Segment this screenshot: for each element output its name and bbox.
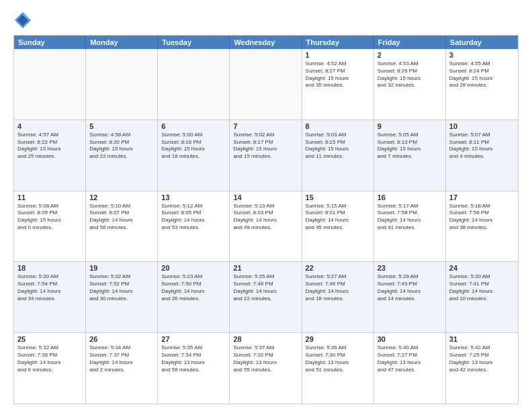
day-cell-2: 2Sunrise: 4:53 AM Sunset: 8:26 PM Daylig… xyxy=(374,49,446,120)
day-cell-26: 26Sunrise: 5:34 AM Sunset: 7:37 PM Dayli… xyxy=(86,333,158,404)
empty-cell-0-3 xyxy=(230,49,302,120)
cell-info: Sunrise: 4:55 AM Sunset: 8:24 PM Dayligh… xyxy=(449,60,515,89)
cell-info: Sunrise: 4:57 AM Sunset: 8:22 PM Dayligh… xyxy=(17,132,82,161)
calendar-row-4: 25Sunrise: 5:32 AM Sunset: 7:39 PM Dayli… xyxy=(14,333,518,404)
day-cell-13: 13Sunrise: 5:12 AM Sunset: 8:05 PM Dayli… xyxy=(158,191,230,262)
day-number: 30 xyxy=(378,335,442,343)
day-cell-25: 25Sunrise: 5:32 AM Sunset: 7:39 PM Dayli… xyxy=(14,333,86,404)
day-cell-8: 8Sunrise: 5:03 AM Sunset: 8:15 PM Daylig… xyxy=(302,120,374,191)
day-number: 31 xyxy=(449,335,515,343)
day-cell-11: 11Sunrise: 5:08 AM Sunset: 8:09 PM Dayli… xyxy=(14,191,86,262)
calendar-row-0: 1Sunrise: 4:52 AM Sunset: 8:27 PM Daylig… xyxy=(14,49,518,120)
calendar-header: SundayMondayTuesdayWednesdayThursdayFrid… xyxy=(14,36,518,49)
empty-cell-0-1 xyxy=(86,49,158,120)
day-cell-16: 16Sunrise: 5:17 AM Sunset: 7:58 PM Dayli… xyxy=(374,191,446,262)
day-cell-20: 20Sunrise: 5:23 AM Sunset: 7:50 PM Dayli… xyxy=(158,262,230,332)
day-number: 15 xyxy=(306,193,370,201)
calendar-row-3: 18Sunrise: 5:20 AM Sunset: 7:54 PM Dayli… xyxy=(14,262,518,333)
day-cell-31: 31Sunrise: 5:42 AM Sunset: 7:25 PM Dayli… xyxy=(446,333,518,404)
empty-cell-0-2 xyxy=(158,49,230,120)
day-cell-17: 17Sunrise: 5:18 AM Sunset: 7:56 PM Dayli… xyxy=(446,191,518,262)
calendar: SundayMondayTuesdayWednesdayThursdayFrid… xyxy=(13,35,519,404)
cell-info: Sunrise: 5:00 AM Sunset: 8:18 PM Dayligh… xyxy=(161,132,226,161)
cell-info: Sunrise: 4:52 AM Sunset: 8:27 PM Dayligh… xyxy=(306,60,370,89)
cell-info: Sunrise: 5:20 AM Sunset: 7:54 PM Dayligh… xyxy=(17,273,82,302)
day-cell-21: 21Sunrise: 5:25 AM Sunset: 7:48 PM Dayli… xyxy=(230,262,302,332)
calendar-body: 1Sunrise: 4:52 AM Sunset: 8:27 PM Daylig… xyxy=(14,49,518,404)
day-number: 19 xyxy=(89,264,154,272)
day-cell-5: 5Sunrise: 4:58 AM Sunset: 8:20 PM Daylig… xyxy=(86,120,158,191)
header-day-monday: Monday xyxy=(86,36,158,49)
cell-info: Sunrise: 5:18 AM Sunset: 7:56 PM Dayligh… xyxy=(449,203,515,232)
day-number: 5 xyxy=(89,122,154,130)
day-cell-4: 4Sunrise: 4:57 AM Sunset: 8:22 PM Daylig… xyxy=(14,120,86,191)
day-cell-27: 27Sunrise: 5:35 AM Sunset: 7:34 PM Dayli… xyxy=(158,333,230,404)
cell-info: Sunrise: 5:08 AM Sunset: 8:09 PM Dayligh… xyxy=(17,203,82,232)
cell-info: Sunrise: 5:17 AM Sunset: 7:58 PM Dayligh… xyxy=(378,203,442,232)
header-day-saturday: Saturday xyxy=(446,36,518,49)
day-number: 10 xyxy=(449,122,515,130)
day-number: 27 xyxy=(161,335,226,343)
day-number: 3 xyxy=(449,51,515,59)
header-day-friday: Friday xyxy=(374,36,446,49)
day-cell-10: 10Sunrise: 5:07 AM Sunset: 8:11 PM Dayli… xyxy=(446,120,518,191)
calendar-row-2: 11Sunrise: 5:08 AM Sunset: 8:09 PM Dayli… xyxy=(14,191,518,263)
day-cell-15: 15Sunrise: 5:15 AM Sunset: 8:01 PM Dayli… xyxy=(302,191,374,262)
cell-info: Sunrise: 5:27 AM Sunset: 7:46 PM Dayligh… xyxy=(306,273,370,302)
cell-info: Sunrise: 5:35 AM Sunset: 7:34 PM Dayligh… xyxy=(161,345,226,373)
day-cell-30: 30Sunrise: 5:40 AM Sunset: 7:27 PM Dayli… xyxy=(374,333,446,404)
cell-info: Sunrise: 5:05 AM Sunset: 8:13 PM Dayligh… xyxy=(378,132,442,161)
day-cell-14: 14Sunrise: 5:13 AM Sunset: 8:03 PM Dayli… xyxy=(230,191,302,262)
day-cell-28: 28Sunrise: 5:37 AM Sunset: 7:32 PM Dayli… xyxy=(230,333,302,404)
cell-info: Sunrise: 5:39 AM Sunset: 7:30 PM Dayligh… xyxy=(306,345,370,373)
day-number: 13 xyxy=(161,193,226,201)
day-cell-1: 1Sunrise: 4:52 AM Sunset: 8:27 PM Daylig… xyxy=(302,49,374,120)
day-cell-24: 24Sunrise: 5:30 AM Sunset: 7:41 PM Dayli… xyxy=(446,262,518,332)
day-number: 17 xyxy=(449,193,515,201)
header xyxy=(13,11,519,30)
day-cell-9: 9Sunrise: 5:05 AM Sunset: 8:13 PM Daylig… xyxy=(374,120,446,191)
cell-info: Sunrise: 5:13 AM Sunset: 8:03 PM Dayligh… xyxy=(233,203,298,232)
day-cell-22: 22Sunrise: 5:27 AM Sunset: 7:46 PM Dayli… xyxy=(302,262,374,332)
cell-info: Sunrise: 5:34 AM Sunset: 7:37 PM Dayligh… xyxy=(89,345,154,373)
day-cell-18: 18Sunrise: 5:20 AM Sunset: 7:54 PM Dayli… xyxy=(14,262,86,332)
day-number: 28 xyxy=(233,335,298,343)
day-cell-6: 6Sunrise: 5:00 AM Sunset: 8:18 PM Daylig… xyxy=(158,120,230,191)
day-number: 7 xyxy=(233,122,298,130)
day-number: 4 xyxy=(17,122,82,130)
day-number: 23 xyxy=(378,264,442,272)
day-number: 21 xyxy=(233,264,298,272)
day-number: 29 xyxy=(306,335,370,343)
day-cell-23: 23Sunrise: 5:29 AM Sunset: 7:43 PM Dayli… xyxy=(374,262,446,332)
day-number: 18 xyxy=(17,264,82,272)
cell-info: Sunrise: 5:03 AM Sunset: 8:15 PM Dayligh… xyxy=(306,132,370,161)
cell-info: Sunrise: 5:15 AM Sunset: 8:01 PM Dayligh… xyxy=(306,203,370,232)
header-day-wednesday: Wednesday xyxy=(230,36,302,49)
day-number: 8 xyxy=(306,122,370,130)
day-cell-19: 19Sunrise: 5:22 AM Sunset: 7:52 PM Dayli… xyxy=(86,262,158,332)
header-day-sunday: Sunday xyxy=(14,36,86,49)
cell-info: Sunrise: 5:22 AM Sunset: 7:52 PM Dayligh… xyxy=(89,273,154,302)
cell-info: Sunrise: 5:02 AM Sunset: 8:17 PM Dayligh… xyxy=(233,132,298,161)
day-number: 1 xyxy=(306,51,370,59)
cell-info: Sunrise: 5:37 AM Sunset: 7:32 PM Dayligh… xyxy=(233,345,298,373)
cell-info: Sunrise: 5:29 AM Sunset: 7:43 PM Dayligh… xyxy=(378,273,442,302)
day-number: 20 xyxy=(161,264,226,272)
cell-info: Sunrise: 5:30 AM Sunset: 7:41 PM Dayligh… xyxy=(449,273,515,302)
day-number: 26 xyxy=(89,335,154,343)
cell-info: Sunrise: 5:40 AM Sunset: 7:27 PM Dayligh… xyxy=(378,345,442,373)
day-cell-29: 29Sunrise: 5:39 AM Sunset: 7:30 PM Dayli… xyxy=(302,333,374,404)
logo-icon xyxy=(13,11,32,30)
day-number: 9 xyxy=(378,122,442,130)
header-day-thursday: Thursday xyxy=(302,36,374,49)
cell-info: Sunrise: 5:10 AM Sunset: 8:07 PM Dayligh… xyxy=(89,203,154,232)
day-number: 16 xyxy=(378,193,442,201)
empty-cell-0-0 xyxy=(14,49,86,120)
cell-info: Sunrise: 5:23 AM Sunset: 7:50 PM Dayligh… xyxy=(161,273,226,302)
day-cell-12: 12Sunrise: 5:10 AM Sunset: 8:07 PM Dayli… xyxy=(86,191,158,262)
day-cell-7: 7Sunrise: 5:02 AM Sunset: 8:17 PM Daylig… xyxy=(230,120,302,191)
day-number: 6 xyxy=(161,122,226,130)
day-number: 14 xyxy=(233,193,298,201)
day-number: 25 xyxy=(17,335,82,343)
cell-info: Sunrise: 5:42 AM Sunset: 7:25 PM Dayligh… xyxy=(449,345,515,373)
